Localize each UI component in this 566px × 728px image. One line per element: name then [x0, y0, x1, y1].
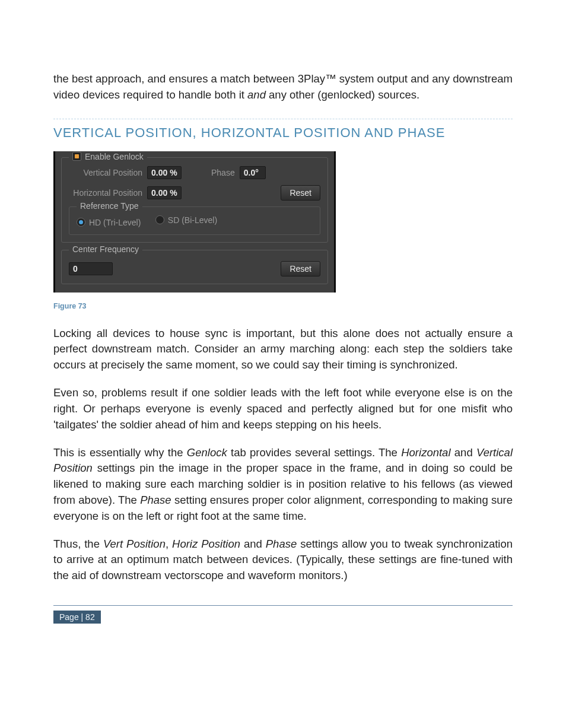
- sd-radio-label: SD (Bi-Level): [168, 215, 217, 225]
- phase-input[interactable]: 0.0°: [240, 166, 266, 179]
- p4-a: Thus, the: [53, 538, 103, 550]
- page-number: Page | 82: [53, 611, 101, 624]
- enable-genlock-label: Enable Genlock: [85, 152, 144, 161]
- p3-a: This is essentially why the: [53, 446, 187, 459]
- p3-b: Genlock: [187, 446, 227, 459]
- horizontal-position-input[interactable]: 0.00 %: [147, 186, 182, 199]
- center-frequency-label: Center Frequency: [72, 244, 139, 254]
- sd-bi-level-radio[interactable]: SD (Bi-Level): [155, 215, 217, 225]
- checkbox-icon[interactable]: [72, 152, 81, 161]
- paragraph-4: Thus, the Vert Position, Horiz Position …: [53, 536, 513, 584]
- vertical-position-row: Vertical Position 0.00 % Phase 0.0°: [69, 166, 320, 179]
- center-frequency-legend: Center Frequency: [69, 244, 142, 254]
- radio-icon: [155, 215, 164, 224]
- phase-label: Phase: [211, 168, 235, 177]
- p3-d: Horizontal: [401, 446, 450, 459]
- center-frequency-reset-button[interactable]: Reset: [281, 261, 320, 276]
- vertical-position-label: Vertical Position: [69, 168, 142, 177]
- reference-type-group: Reference Type HD (Tri-Level) SD (Bi-Lev…: [69, 206, 320, 235]
- reset-button[interactable]: Reset: [281, 185, 320, 201]
- figure-caption: Figure 73: [53, 302, 513, 310]
- paragraph-2: Even so, problems result if one soldier …: [53, 385, 513, 433]
- p4-f: Phase: [266, 538, 297, 550]
- hd-radio-label: HD (Tri-Level): [89, 218, 141, 227]
- p4-e: and: [240, 538, 266, 550]
- intro-em: and: [247, 88, 266, 101]
- horizontal-position-label: Horizontal Position: [69, 188, 142, 198]
- center-frequency-input[interactable]: 0: [69, 262, 113, 275]
- p4-c: ,: [166, 538, 172, 550]
- reference-type-legend: Reference Type: [77, 201, 142, 211]
- p4-b: Vert Position: [103, 538, 166, 550]
- hd-tri-level-radio[interactable]: HD (Tri-Level): [77, 218, 141, 227]
- intro-paragraph: the best approach, and ensures a match b…: [53, 71, 513, 103]
- genlock-panel: Enable Genlock Vertical Position 0.00 % …: [53, 151, 336, 293]
- vertical-position-input[interactable]: 0.00 %: [147, 166, 182, 179]
- center-frequency-group: Center Frequency 0 Reset: [61, 250, 328, 284]
- enable-genlock-legend[interactable]: Enable Genlock: [69, 152, 147, 161]
- radio-icon: [77, 218, 85, 227]
- paragraph-3: This is essentially why the Genlock tab …: [53, 445, 513, 524]
- p4-d: Horiz Position: [172, 538, 240, 550]
- checkbox-checked-indicator: [75, 154, 79, 158]
- paragraph-1: Locking all devices to house sync is imp…: [53, 326, 513, 373]
- p3-c: tab provides several settings. The: [227, 446, 402, 459]
- section-heading: VERTICAL POSITION, HORIZONTAL POSITION A…: [53, 119, 513, 141]
- enable-genlock-group: Enable Genlock Vertical Position 0.00 % …: [61, 157, 328, 243]
- p3-h: Phase: [140, 494, 171, 506]
- intro-tail: any other (genlocked) sources.: [266, 88, 419, 101]
- reference-type-label: Reference Type: [80, 201, 139, 211]
- p3-e: and: [451, 446, 476, 459]
- horizontal-position-row: Horizontal Position 0.00 % Reset: [69, 185, 320, 201]
- footer-rule: [53, 605, 513, 606]
